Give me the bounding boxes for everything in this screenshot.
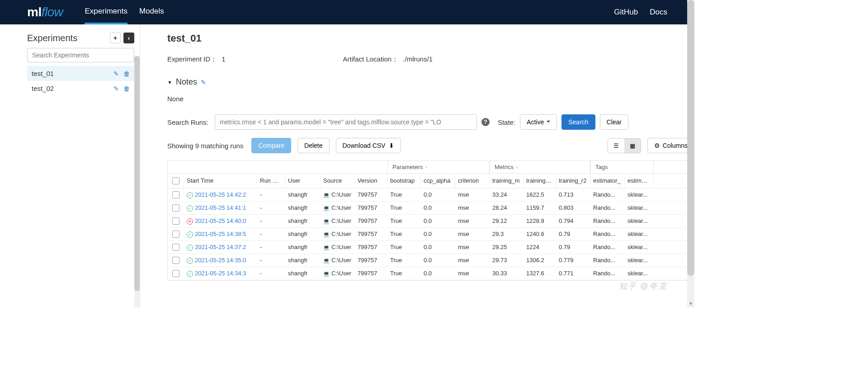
metric-3-cell: 0.79 [556, 228, 590, 240]
col-user[interactable]: User [285, 174, 321, 188]
search-experiments-input[interactable] [27, 48, 134, 62]
add-experiment-button[interactable]: + [110, 33, 121, 43]
grid-view-button[interactable]: ▦ [624, 139, 641, 153]
col-run-name[interactable]: Run Name [257, 174, 285, 188]
row-checkbox[interactable] [172, 204, 179, 212]
start-time-link[interactable]: 2021-05-25 14:37:2 [195, 244, 246, 250]
link-docs[interactable]: Docs [650, 8, 667, 17]
view-toggle: ☰ ▦ [608, 138, 641, 153]
download-csv-button[interactable]: Download CSV ⬇ [336, 138, 401, 153]
start-time-link[interactable]: 2021-05-25 14:42:2 [195, 191, 246, 198]
metric-2-cell: 1159.7 [524, 202, 556, 214]
bootstrap-cell: True [387, 241, 421, 254]
edit-icon[interactable]: ✎ [113, 85, 119, 92]
start-time-link[interactable]: 2021-05-25 14:41:1 [195, 204, 246, 211]
col-group-parameters[interactable]: Parameters › [387, 161, 490, 173]
scroll-down-icon[interactable]: ▼ [687, 299, 694, 307]
table-row[interactable]: ✓2021-05-25 14:38:5 - shangfr 💻C:\User 7… [168, 228, 689, 241]
run-name-cell: - [257, 267, 285, 280]
tab-models[interactable]: Models [139, 0, 164, 24]
link-github[interactable]: GitHub [614, 8, 638, 17]
row-checkbox[interactable] [172, 231, 179, 238]
logo[interactable]: mlflow [27, 5, 63, 19]
col-group-tags[interactable]: Tags [590, 161, 654, 173]
table-row[interactable]: ✓2021-05-25 14:34:3 - shangfr 💻C:\User 7… [168, 267, 689, 280]
sidebar-scrollbar-thumb[interactable] [134, 56, 140, 291]
row-checkbox[interactable] [172, 270, 179, 277]
row-checkbox[interactable] [172, 257, 179, 264]
table-row[interactable]: ✕2021-05-25 14:40:0 - shangfr 💻C:\User 7… [168, 215, 689, 228]
table-row[interactable]: ✓2021-05-25 14:35:0 - shangfr 💻C:\User 7… [168, 254, 689, 267]
collapse-sidebar-button[interactable]: ‹ [123, 33, 134, 43]
delete-button[interactable]: Delete [297, 138, 329, 153]
page-scrollbar[interactable]: ▼ [687, 0, 694, 307]
tag-1-cell: Rando... [590, 267, 625, 280]
run-name-cell: - [257, 202, 285, 214]
col-bootstrap[interactable]: bootstrap [387, 174, 421, 188]
sidebar-scrollbar[interactable] [134, 56, 140, 307]
sidebar-item-test_01[interactable]: test_01 ✎ 🗑 [27, 66, 134, 81]
edit-icon[interactable]: ✎ [113, 70, 119, 77]
metric-2-cell: 1240.6 [524, 228, 556, 240]
page-title: test_01 [167, 33, 694, 44]
col-training-m2[interactable]: training_m [524, 174, 556, 188]
col-training-r2[interactable]: training_r2 [556, 174, 590, 188]
metric-2-cell: 1228.9 [524, 215, 556, 227]
watermark: 知乎 @夸克 [619, 281, 667, 292]
start-time-link[interactable]: 2021-05-25 14:40:0 [195, 217, 246, 224]
tab-experiments[interactable]: Experiments [85, 0, 127, 24]
chevron-right-icon: › [425, 165, 427, 170]
metric-3-cell: 0.794 [556, 215, 590, 227]
col-training-m1[interactable]: training_m [490, 174, 524, 188]
page-scrollbar-thumb[interactable] [687, 0, 694, 276]
clear-button[interactable]: Clear [600, 114, 628, 130]
col-source[interactable]: Source [321, 174, 355, 188]
delete-icon[interactable]: 🗑 [123, 70, 130, 77]
select-all-checkbox[interactable] [172, 177, 179, 184]
sidebar-title: Experiments [27, 33, 107, 43]
col-estimator-1[interactable]: estimator_ [590, 174, 625, 188]
col-start-time[interactable]: Start Time [184, 174, 257, 188]
caret-down-icon: ▼ [167, 80, 172, 85]
delete-icon[interactable]: 🗑 [123, 85, 130, 92]
metric-3-cell: 0.779 [556, 254, 590, 267]
table-row[interactable]: ✓2021-05-25 14:37:2 - shangfr 💻C:\User 7… [168, 241, 689, 254]
help-icon[interactable]: ? [481, 118, 490, 126]
start-time-link[interactable]: 2021-05-25 14:35:0 [195, 257, 246, 264]
bootstrap-cell: True [387, 188, 421, 201]
compare-button[interactable]: Compare [251, 138, 291, 153]
col-version[interactable]: Version [355, 174, 387, 188]
source-cell: 💻C:\User [321, 267, 355, 280]
ccp-alpha-cell: 0.0 [421, 228, 455, 240]
col-ccp-alpha[interactable]: ccp_alpha [421, 174, 455, 188]
table-row[interactable]: ✓2021-05-25 14:42:2 - shangfr 💻C:\User 7… [168, 188, 689, 202]
source-cell: 💻C:\User [321, 228, 355, 240]
version-cell: 799757 [355, 254, 387, 267]
criterion-cell: mse [455, 188, 490, 201]
search-runs-input[interactable] [215, 114, 477, 130]
edit-icon[interactable]: ✎ [201, 79, 206, 86]
start-time-link[interactable]: 2021-05-25 14:34:3 [195, 270, 246, 277]
metric-1-cell: 28.24 [490, 202, 524, 214]
user-cell: shangfr [285, 228, 321, 240]
col-group-metrics[interactable]: Metrics › [490, 161, 590, 173]
showing-count: Showing 9 matching runs [167, 142, 243, 150]
run-name-cell: - [257, 228, 285, 240]
start-time-link[interactable]: 2021-05-25 14:38:5 [195, 231, 246, 237]
row-checkbox[interactable] [172, 217, 179, 225]
status-icon: ✓ [187, 192, 193, 198]
row-checkbox[interactable] [172, 191, 179, 198]
sidebar: Experiments + ‹ test_01 ✎ 🗑 test_02 ✎ 🗑 [0, 24, 140, 307]
col-estimator-2[interactable]: estimator_ [625, 174, 654, 188]
sidebar-item-test_02[interactable]: test_02 ✎ 🗑 [27, 81, 134, 96]
state-dropdown[interactable]: Active [520, 114, 557, 130]
table-row[interactable]: ✓2021-05-25 14:41:1 - shangfr 💻C:\User 7… [168, 202, 689, 215]
criterion-cell: mse [455, 202, 490, 214]
row-checkbox[interactable] [172, 244, 179, 251]
search-button[interactable]: Search [561, 114, 595, 130]
user-cell: shangfr [285, 215, 321, 227]
col-criterion[interactable]: criterion [455, 174, 490, 188]
list-view-button[interactable]: ☰ [608, 139, 624, 153]
criterion-cell: mse [455, 254, 490, 267]
notes-toggle[interactable]: ▼ Notes ✎ [167, 77, 694, 87]
